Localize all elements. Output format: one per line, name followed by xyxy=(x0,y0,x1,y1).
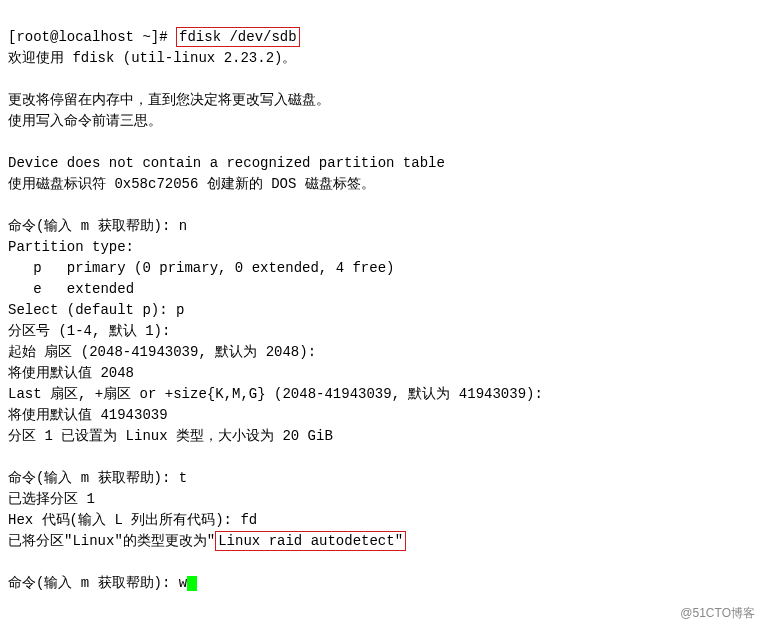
line-sel-part1: 已选择分区 1 xyxy=(8,491,95,507)
line-last-sec: Last 扇区, +扇区 or +size{K,M,G} (2048-41943… xyxy=(8,386,543,402)
line-part-set: 分区 1 已设置为 Linux 类型，大小设为 20 GiB xyxy=(8,428,333,444)
line-use-2048: 将使用默认值 2048 xyxy=(8,365,134,381)
line-part-num: 分区号 (1-4, 默认 1): xyxy=(8,323,170,339)
line-hex-fd: Hex 代码(输入 L 列出所有代码): fd xyxy=(8,512,257,528)
terminal-output: [root@localhost ~]# fdisk /dev/sdb 欢迎使用 … xyxy=(8,6,757,594)
line-dos-label: 使用磁盘标识符 0x58c72056 创建新的 DOS 磁盘标签。 xyxy=(8,176,375,192)
line-ptype-e: e extended xyxy=(8,281,134,297)
line-welcome: 欢迎使用 fdisk (util-linux 2.23.2)。 xyxy=(8,50,296,66)
line-change-mem: 更改将停留在内存中，直到您决定将更改写入磁盘。 xyxy=(8,92,330,108)
line-help-t: 命令(输入 m 获取帮助): t xyxy=(8,470,187,486)
quote-open: " xyxy=(207,533,215,549)
line-help-n: 命令(输入 m 获取帮助): n xyxy=(8,218,187,234)
shell-prompt: [root@localhost ~]# xyxy=(8,29,176,45)
line-use-last: 将使用默认值 41943039 xyxy=(8,407,168,423)
command-highlight: fdisk /dev/sdb xyxy=(176,27,300,47)
line-think: 使用写入命令前请三思。 xyxy=(8,113,162,129)
line-ptype-hdr: Partition type: xyxy=(8,239,134,255)
line-first-sec: 起始 扇区 (2048-41943039, 默认为 2048): xyxy=(8,344,316,360)
cursor-icon[interactable] xyxy=(187,576,197,591)
raid-type-highlight: Linux raid autodetect" xyxy=(215,531,406,551)
line-no-table: Device does not contain a recognized par… xyxy=(8,155,445,171)
line-help-w: 命令(输入 m 获取帮助): w xyxy=(8,575,187,591)
line-changed-pre: 已将分区"Linux"的类型更改为 xyxy=(8,533,207,549)
line-select-p: Select (default p): p xyxy=(8,302,184,318)
watermark-text: @51CTO博客 xyxy=(680,603,755,624)
line-ptype-p: p primary (0 primary, 0 extended, 4 free… xyxy=(8,260,394,276)
